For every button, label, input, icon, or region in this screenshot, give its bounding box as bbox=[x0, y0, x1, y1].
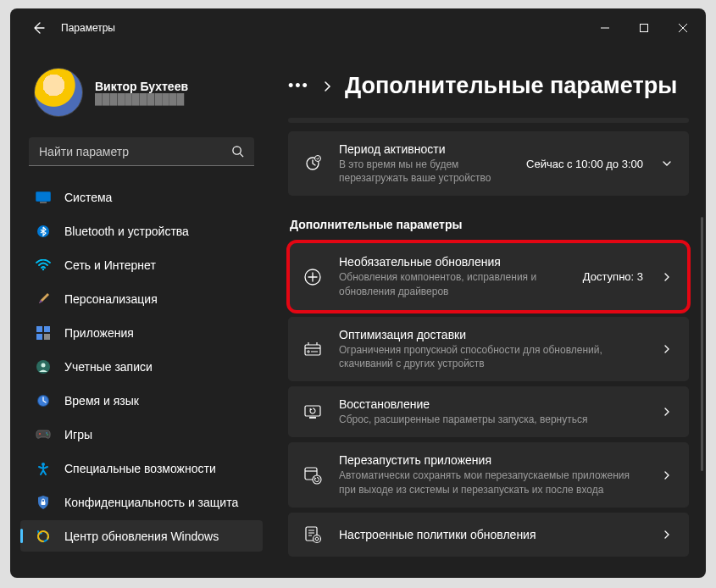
minimize-button[interactable] bbox=[586, 8, 624, 47]
svg-point-5 bbox=[42, 268, 44, 269]
svg-point-27 bbox=[313, 475, 321, 484]
card-title: Восстановление bbox=[339, 397, 643, 411]
card-update-policies[interactable]: Настроенные политики обновления bbox=[288, 513, 689, 557]
chevron-down-icon bbox=[658, 158, 675, 169]
card-title: Период активности bbox=[339, 142, 511, 156]
sidebar: Виктор Бухтеев ████████████ Система bbox=[10, 47, 271, 578]
scrollbar[interactable] bbox=[701, 217, 703, 471]
card-subtitle: Сброс, расширенные параметры запуска, ве… bbox=[339, 413, 643, 426]
svg-rect-22 bbox=[305, 345, 320, 355]
sidebar-item-system[interactable]: Система bbox=[20, 181, 263, 213]
card-title: Необязательные обновления bbox=[339, 255, 568, 269]
sidebar-item-bluetooth[interactable]: Bluetooth и устройства bbox=[20, 215, 263, 247]
sidebar-item-apps[interactable]: Приложения bbox=[20, 317, 263, 348]
card-subtitle: Автоматически сохранять мои перезапускае… bbox=[339, 469, 643, 496]
breadcrumb-overflow[interactable]: ••• bbox=[288, 77, 309, 95]
svg-rect-8 bbox=[36, 334, 42, 340]
chevron-right-icon bbox=[323, 80, 331, 92]
accessibility-icon bbox=[36, 461, 51, 476]
settings-window: Параметры Виктор Бухтеев ████████████ bbox=[10, 8, 706, 578]
sidebar-item-network[interactable]: Сеть и Интернет bbox=[20, 249, 263, 280]
chevron-right-icon bbox=[658, 407, 675, 417]
card-value: Сейчас с 10:00 до 3:00 bbox=[526, 158, 643, 170]
nav-list: Система Bluetooth и устройства Сеть и Ин… bbox=[20, 181, 263, 552]
nav-label: Приложения bbox=[64, 326, 134, 340]
page-title: Дополнительные параметры bbox=[345, 73, 677, 99]
card-optional-updates[interactable]: Необязательные обновления Обновления ком… bbox=[288, 241, 689, 311]
svg-rect-24 bbox=[305, 406, 320, 416]
svg-point-29 bbox=[314, 535, 321, 542]
svg-point-1 bbox=[233, 147, 241, 154]
sidebar-item-accessibility[interactable]: Специальные возможности bbox=[20, 452, 263, 484]
nav-label: Конфиденциальность и защита bbox=[64, 496, 238, 509]
profile-email: ████████████ bbox=[95, 93, 188, 105]
svg-rect-3 bbox=[40, 202, 47, 203]
breadcrumb: ••• Дополнительные параметры bbox=[288, 73, 689, 99]
titlebar: Параметры bbox=[10, 8, 706, 47]
back-arrow-icon bbox=[31, 21, 45, 35]
card-delivery-optimization[interactable]: Оптимизация доставки Ограничения пропуск… bbox=[288, 317, 689, 381]
avatar bbox=[34, 68, 83, 117]
maximize-button[interactable] bbox=[624, 8, 663, 47]
restart-apps-icon bbox=[302, 464, 324, 486]
sidebar-item-update[interactable]: Центр обновления Windows bbox=[20, 520, 263, 552]
optional-updates-icon bbox=[302, 266, 324, 288]
svg-rect-9 bbox=[44, 334, 50, 340]
profile-name: Виктор Бухтеев bbox=[95, 80, 188, 93]
svg-point-11 bbox=[42, 363, 46, 367]
svg-point-23 bbox=[308, 351, 309, 352]
chevron-right-icon bbox=[658, 272, 675, 282]
window-title: Параметры bbox=[61, 22, 115, 34]
sidebar-item-time[interactable]: Время и язык bbox=[20, 385, 263, 416]
svg-rect-0 bbox=[641, 25, 648, 32]
chevron-right-icon bbox=[658, 344, 675, 354]
back-button[interactable] bbox=[25, 15, 51, 41]
sidebar-item-personalization[interactable]: Персонализация bbox=[20, 283, 263, 314]
svg-point-14 bbox=[39, 433, 41, 435]
svg-rect-18 bbox=[42, 502, 46, 505]
svg-point-15 bbox=[46, 432, 47, 434]
main-content: ••• Дополнительные параметры Период акти… bbox=[271, 47, 706, 578]
close-icon bbox=[679, 24, 687, 32]
svg-rect-2 bbox=[36, 191, 51, 201]
card-subtitle: Ограничения пропускной способности для о… bbox=[339, 343, 643, 370]
nav-label: Bluetooth и устройства bbox=[64, 225, 189, 238]
card-title: Оптимизация доставки bbox=[339, 328, 643, 341]
sidebar-item-gaming[interactable]: Игры bbox=[20, 419, 263, 450]
chevron-right-icon bbox=[658, 470, 675, 480]
update-icon bbox=[36, 529, 51, 544]
nav-label: Учетные записи bbox=[64, 360, 153, 374]
svg-rect-25 bbox=[309, 417, 316, 419]
nav-label: Сеть и Интернет bbox=[64, 258, 156, 272]
wifi-icon bbox=[36, 258, 51, 273]
card-recovery[interactable]: Восстановление Сброс, расширенные параме… bbox=[288, 386, 689, 437]
nav-label: Специальные возможности bbox=[64, 462, 216, 475]
nav-label: Игры bbox=[64, 428, 92, 441]
sidebar-item-privacy[interactable]: Конфиденциальность и защита bbox=[20, 486, 263, 518]
collapsed-card[interactable] bbox=[288, 118, 689, 123]
delivery-icon bbox=[302, 338, 324, 360]
close-button[interactable] bbox=[663, 8, 702, 47]
svg-rect-7 bbox=[44, 326, 50, 332]
nav-label: Система bbox=[64, 191, 112, 204]
recovery-icon bbox=[302, 401, 324, 423]
profile[interactable]: Виктор Бухтеев ████████████ bbox=[20, 68, 263, 137]
svg-point-16 bbox=[47, 434, 48, 435]
nav-label: Время и язык bbox=[64, 394, 139, 408]
games-icon bbox=[36, 427, 51, 442]
card-subtitle: В это время мы не будем перезагружать ва… bbox=[339, 158, 511, 185]
search-input[interactable] bbox=[39, 145, 231, 158]
time-icon bbox=[36, 393, 51, 408]
bluetooth-icon bbox=[36, 224, 51, 239]
nav-label: Персонализация bbox=[64, 292, 158, 306]
active-hours-icon bbox=[302, 153, 324, 175]
account-icon bbox=[36, 359, 51, 374]
section-header: Дополнительные параметры bbox=[290, 218, 689, 231]
maximize-icon bbox=[640, 24, 648, 32]
card-restart-apps[interactable]: Перезапустить приложения Автоматически с… bbox=[288, 442, 689, 507]
card-active-hours[interactable]: Период активности В это время мы не буде… bbox=[288, 131, 689, 196]
card-subtitle: Обновления компонентов, исправления и об… bbox=[339, 270, 568, 297]
search-box[interactable] bbox=[29, 137, 254, 166]
sidebar-item-accounts[interactable]: Учетные записи bbox=[20, 351, 263, 382]
brush-icon bbox=[36, 291, 51, 307]
